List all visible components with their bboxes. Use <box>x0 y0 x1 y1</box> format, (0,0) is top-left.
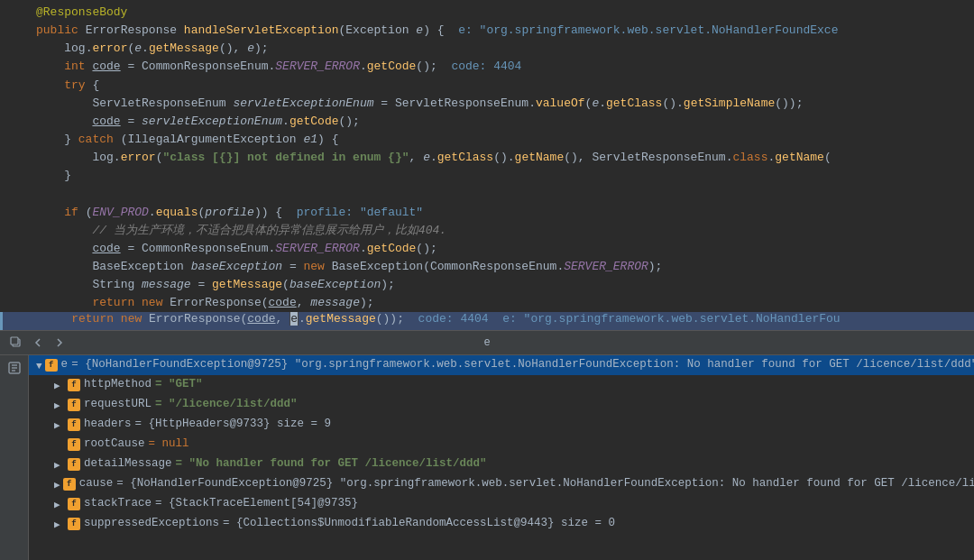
code-line-1: @ResponseBody <box>0 4 974 22</box>
code-line-7: code = servletExceptionEnum.getCode(); <box>0 113 974 131</box>
code-line-17: return new ErrorResponse(code, message); <box>0 294 974 312</box>
field-icon-stacktrace: f <box>68 498 80 510</box>
code-line-11 <box>0 185 974 203</box>
code-line-13: // 当为生产环境，不适合把具体的异常信息展示给用户，比如404. <box>0 222 974 240</box>
expand-arrow-headers <box>54 419 65 430</box>
left-panel-icon-1[interactable] <box>5 359 23 377</box>
variables-panel: f e = {NoHandlerFoundException@9725} "or… <box>29 355 974 560</box>
field-icon-cause: f <box>63 478 76 491</box>
code-line-12: if (ENV_PROD.equals(profile)) { profile:… <box>0 204 974 222</box>
var-row-cause[interactable]: f cause = {NoHandlerFoundException@9725}… <box>29 474 974 494</box>
var-name-rootcause: rootCause <box>84 436 145 453</box>
expand-arrow-rootcause <box>54 439 65 450</box>
code-line-3: log.error(e.getMessage(), e); <box>0 40 974 58</box>
var-val-e: = {NoHandlerFoundException@9725} "org.sp… <box>71 357 974 373</box>
var-val-requesturl: = "/licence/list/ddd" <box>155 397 298 413</box>
expand-arrow-suppressedexceptions <box>54 519 65 529</box>
code-editor: @ResponseBody public ErrorResponse handl… <box>0 0 974 312</box>
var-val-headers: = {HttpHeaders@9733} size = 9 <box>135 417 332 433</box>
expand-arrow-root <box>36 360 42 371</box>
var-name-headers: headers <box>84 417 132 433</box>
bottom-section: e <box>0 330 974 560</box>
field-icon-requesturl: f <box>68 399 80 411</box>
code-line-15: BaseException baseException = new BaseEx… <box>0 258 974 276</box>
forward-button[interactable] <box>51 334 69 352</box>
var-row-rootcause[interactable]: f rootCause = null <box>29 435 974 454</box>
var-name-stacktrace: stackTrace <box>84 496 152 512</box>
var-val-detailmessage: = "No handler found for GET /licence/lis… <box>176 456 487 473</box>
var-row-requesturl[interactable]: f requestURL = "/licence/list/ddd" <box>29 395 974 415</box>
field-icon-rootcause: f <box>68 438 80 451</box>
code-line-6: ServletResponseEnum servletExceptionEnum… <box>0 95 974 113</box>
variables-container: f e = {NoHandlerFoundException@9725} "or… <box>29 355 974 560</box>
code-line-16: String message = getMessage(baseExceptio… <box>0 276 974 294</box>
debug-toolbar: e <box>0 330 974 355</box>
code-line-2: public ErrorResponse handleServletExcept… <box>0 22 974 40</box>
var-row-suppressedexceptions[interactable]: f suppressedExceptions = {Collections$Un… <box>29 514 974 534</box>
left-panel <box>0 355 29 560</box>
field-icon-httpmethod: f <box>68 379 80 391</box>
var-val-cause: = {NoHandlerFoundException@9725} "org.sp… <box>116 476 974 492</box>
debug-toolbar-hint: e <box>483 336 490 349</box>
var-name-e: e <box>61 357 69 373</box>
var-name-suppressedexceptions: suppressedExceptions <box>84 516 219 532</box>
svg-rect-1 <box>11 337 18 344</box>
expand-arrow-stacktrace <box>54 499 65 510</box>
field-icon-detailmessage: f <box>68 458 80 471</box>
var-name-requesturl: requestURL <box>84 397 152 413</box>
back-button[interactable] <box>29 334 47 352</box>
var-val-suppressedexceptions: = {Collections$UnmodifiableRandomAccessL… <box>223 516 615 532</box>
debug-execution-line: return new ErrorResponse(code, e.getMess… <box>0 312 974 330</box>
var-row-httpmethod[interactable]: f httpMethod = "GET" <box>29 375 974 395</box>
var-name-httpmethod: httpMethod <box>84 377 152 393</box>
variables-split: f e = {NoHandlerFoundException@9725} "or… <box>0 355 974 560</box>
expand-arrow-httpmethod <box>54 380 65 390</box>
code-line-9: log.error("class [{}] not defined in enu… <box>0 149 974 167</box>
code-line-5: try { <box>0 77 974 95</box>
code-line-8: } catch (IllegalArgumentException e1) { <box>0 131 974 149</box>
expand-arrow-cause <box>54 479 60 490</box>
code-line-10: } <box>0 167 974 185</box>
var-name-cause: cause <box>79 476 114 492</box>
annotation-responsebody: @ResponseBody <box>36 5 127 19</box>
field-icon-root: f <box>45 359 58 372</box>
field-icon-suppressedexceptions: f <box>68 518 80 530</box>
var-row-detailmessage[interactable]: f detailMessage = "No handler found for … <box>29 454 974 474</box>
var-row-root[interactable]: f e = {NoHandlerFoundException@9725} "or… <box>29 355 974 375</box>
var-val-httpmethod: = "GET" <box>155 377 203 393</box>
var-row-headers[interactable]: f headers = {HttpHeaders@9733} size = 9 <box>29 415 974 435</box>
expand-arrow-detailmessage <box>54 459 65 470</box>
field-icon-headers: f <box>68 418 80 431</box>
var-row-stacktrace[interactable]: f stackTrace = {StackTraceElement[54]@97… <box>29 494 974 514</box>
ide-window: @ResponseBody public ErrorResponse handl… <box>0 0 974 560</box>
var-name-detailmessage: detailMessage <box>84 456 172 473</box>
code-line-4: int code = CommonResponseEnum.SERVER_ERR… <box>0 58 974 76</box>
copy-button[interactable] <box>7 334 25 352</box>
expand-arrow-requesturl <box>54 399 65 410</box>
var-val-rootcause: = null <box>149 436 189 453</box>
code-line-14: code = CommonResponseEnum.SERVER_ERROR.g… <box>0 240 974 258</box>
var-val-stacktrace: = {StackTraceElement[54]@9735} <box>155 496 358 512</box>
